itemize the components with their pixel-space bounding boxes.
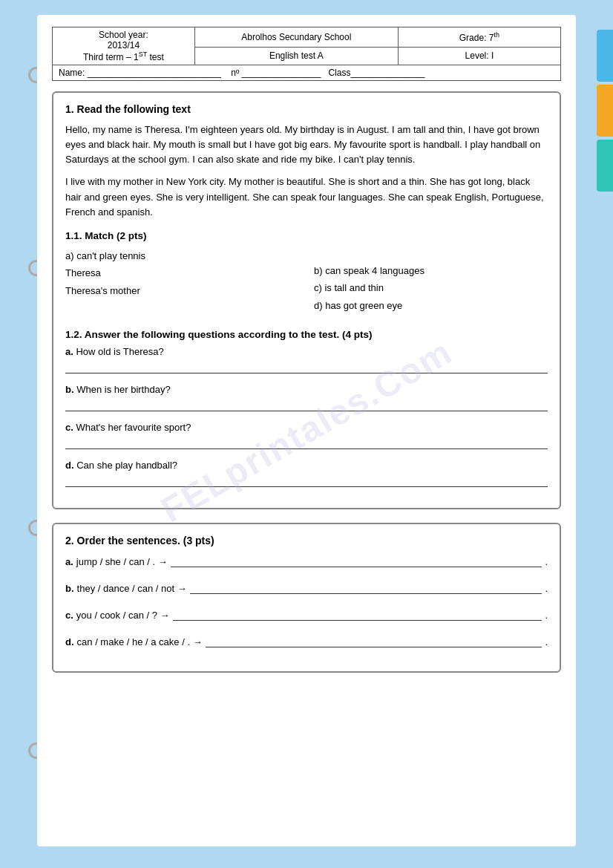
question-b-text: When is her birthday? [76,384,170,395]
order-prompt-b: they / dance / can / not → [77,583,187,594]
order-answer-line-c[interactable] [173,607,542,621]
paragraph1: Hello, my name is Theresa. I'm eighteen … [65,123,548,167]
subsection1-title: 1.1. Match (2 pts) [65,230,548,241]
order-label-d: d. [65,636,74,647]
question-d-text: Can she play handball? [76,460,177,471]
term-value: 1 [134,52,139,62]
grade-label: Grade: 7 [459,33,494,43]
term-sup: ST [139,50,148,58]
section1-title: 1. Read the following text [65,103,548,115]
level-cell: Level: I [398,47,560,65]
term-label: Third term – [83,52,131,62]
match-right: b) can speak 4 languages c) is tall and … [314,247,548,314]
header-table: School year: 2013/14 Third term – 1ST te… [52,27,561,81]
question-a-row: a. How old is Theresa? [65,346,548,357]
school-name: Abrolhos Secundary School [241,32,351,42]
answer-line-a[interactable] [65,360,548,373]
section2-title: 2. Order the sentences. (3 pts) [65,535,548,546]
side-tab-blue [597,30,613,82]
order-end-b: . [545,583,548,594]
paper: FELprintales.Com School year: 2013/14 Th… [37,15,576,846]
question-c-label: c. [65,422,73,433]
order-row-a: a. jump / she / can / . → . [65,554,548,567]
match-right-item-0: b) can speak 4 languages [314,262,548,279]
order-prompt-c: you / cook / can / ? → [76,610,170,621]
match-left-item-2: Theresa's mother [65,282,299,299]
question-b-row: b. When is her birthday? [65,384,548,395]
order-end-d: . [545,636,548,647]
order-row-c: c. you / cook / can / ? → . [65,607,548,621]
order-sentences-container: a. jump / she / can / . → . b. they / da… [65,554,548,647]
order-end-a: . [545,556,548,567]
question-c-row: c. What's her favourite sport? [65,422,548,433]
side-tab-teal [597,140,613,192]
order-row-b: b. they / dance / can / not → . [65,581,548,594]
order-label-a: a. [65,556,73,567]
order-answer-line-d[interactable] [206,634,542,647]
level-label: Level: I [465,50,494,61]
class-label: Class_______________ [328,68,424,78]
question-c-text: What's her favourite sport? [76,422,191,433]
school-year-cell: School year: 2013/14 Third term – 1ST te… [53,27,195,65]
section2-box: 2. Order the sentences. (3 pts) a. jump … [52,523,561,673]
order-label-b: b. [65,583,74,594]
match-container: a) can't play tennis Theresa Theresa's m… [65,247,548,314]
name-label: Name: ___________________________ [59,68,221,78]
grade-cell: Grade: 7th [398,27,560,48]
paragraph2: I live with my mother in New York city. … [65,174,548,219]
side-tabs [597,30,613,192]
school-name-cell: Abrolhos Secundary School [194,27,398,48]
term-suffix: test [147,52,164,62]
match-left-item-1: Theresa [65,264,299,281]
question-d-row: d. Can she play handball? [65,460,548,471]
order-prompt-d: can / make / he / a cake / . → [77,636,203,647]
order-answer-line-a[interactable] [171,554,542,567]
match-right-item-1: c) is tall and thin [314,279,548,296]
match-left: a) can't play tennis Theresa Theresa's m… [65,247,299,314]
question-b-label: b. [65,384,74,395]
question-a-label: a. [65,346,73,357]
answer-line-b[interactable] [65,398,548,411]
answer-line-c[interactable] [65,436,548,449]
grade-sup: th [494,31,499,39]
order-row-d: d. can / make / he / a cake / . → . [65,634,548,647]
test-name: English test A [269,50,324,61]
order-end-c: . [545,610,548,621]
order-label-c: c. [65,610,73,621]
test-name-cell: English test A [194,47,398,65]
answer-line-d[interactable] [65,474,548,487]
match-right-item-2: d) has got green eye [314,297,548,314]
question-d-label: d. [65,460,74,471]
school-year-value: 2013/14 [108,40,140,50]
no-label: nº ________________ [231,68,321,78]
name-row: Name: ___________________________ nº ___… [53,65,561,81]
section1-box: 1. Read the following text Hello, my nam… [52,91,561,509]
match-left-item-0: a) can't play tennis [65,247,299,264]
questions-container: a. How old is Theresa? b. When is her bi… [65,346,548,487]
subsection2-title: 1.2. Answer the following questions acco… [65,329,548,340]
order-answer-line-b[interactable] [190,581,542,594]
order-prompt-a: jump / she / can / . → [76,556,168,567]
school-year-label: School year: [99,30,148,40]
question-a-text: How old is Theresa? [76,346,163,357]
side-tab-orange [597,85,613,137]
